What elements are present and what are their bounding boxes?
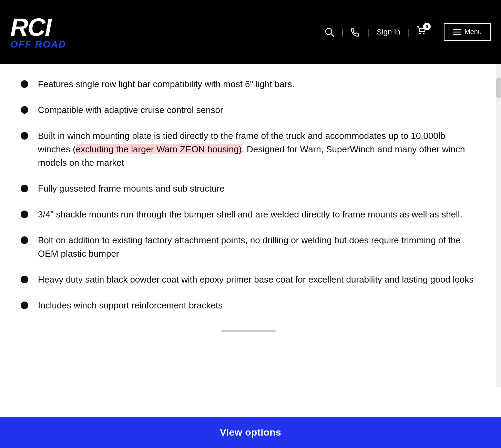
list-item: Built in winch mounting plate is tied di… — [21, 129, 476, 170]
svg-line-1 — [331, 34, 334, 37]
scrollbar-track[interactable] — [496, 64, 501, 387]
list-item: Fully gusseted frame mounts and sub stru… — [21, 182, 476, 195]
main-content: Features single row light bar compatibil… — [0, 64, 496, 387]
bullet-icon — [21, 80, 28, 88]
menu-label: Menu — [464, 28, 482, 36]
feature-text: Includes winch support reinforcement bra… — [38, 299, 476, 312]
feature-text: 3/4" shackle mounts run through the bump… — [38, 208, 476, 221]
bullet-icon — [21, 132, 28, 140]
hamburger-icon — [453, 29, 461, 35]
list-item: 3/4" shackle mounts run through the bump… — [21, 208, 476, 221]
cart-badge: 0 — [423, 23, 431, 30]
list-item: Includes winch support reinforcement bra… — [21, 299, 476, 312]
page-wrapper: Features single row light bar compatibil… — [0, 64, 501, 387]
scroll-indicator — [21, 325, 476, 367]
highlighted-text: excluding the larger Warn ZEON housing) — [76, 144, 242, 154]
feature-text: Fully gusseted frame mounts and sub stru… — [38, 182, 476, 195]
svg-point-0 — [326, 28, 332, 34]
feature-text-highlighted: Built in winch mounting plate is tied di… — [38, 129, 476, 170]
site-header: RCI OFF ROAD | | Sign In | — [0, 0, 501, 64]
search-icon — [324, 27, 335, 37]
logo-rci: RCI — [10, 15, 66, 40]
list-item: Bolt on addition to existing factory att… — [21, 234, 476, 261]
search-button[interactable] — [317, 23, 341, 41]
svg-point-2 — [419, 33, 421, 34]
view-options-button[interactable]: View options — [220, 427, 281, 438]
list-item: Heavy duty satin black powder coat with … — [21, 273, 476, 286]
bullet-icon — [21, 276, 28, 283]
list-item: Features single row light bar compatibil… — [21, 78, 476, 91]
bullet-icon — [21, 185, 28, 192]
scrollbar-thumb[interactable] — [496, 78, 501, 98]
footer-bar: View options — [0, 417, 501, 448]
bullet-icon — [21, 302, 28, 309]
bullet-icon — [21, 106, 28, 114]
feature-text: Heavy duty satin black powder coat with … — [38, 273, 476, 286]
bullet-icon — [21, 236, 28, 244]
phone-icon — [350, 27, 361, 37]
menu-button[interactable]: Menu — [444, 23, 491, 41]
sign-in-button[interactable]: Sign In — [370, 24, 407, 40]
bullet-icon — [21, 211, 28, 218]
svg-point-3 — [423, 33, 425, 34]
scroll-bar — [221, 330, 276, 332]
feature-text: Features single row light bar compatibil… — [38, 78, 476, 91]
logo-offroad: OFF ROAD — [10, 40, 66, 49]
phone-button[interactable] — [344, 23, 368, 41]
feature-text: Compatible with adaptive cruise control … — [38, 103, 476, 117]
logo: RCI OFF ROAD — [10, 15, 66, 49]
feature-text: Bolt on addition to existing factory att… — [38, 234, 476, 261]
cart-button[interactable]: 0 — [409, 22, 433, 42]
list-item: Compatible with adaptive cruise control … — [21, 103, 476, 117]
header-right: | | Sign In | 0 — [317, 22, 491, 42]
header-icons: | | Sign In | 0 — [317, 22, 433, 42]
feature-list: Features single row light bar compatibil… — [21, 78, 476, 312]
